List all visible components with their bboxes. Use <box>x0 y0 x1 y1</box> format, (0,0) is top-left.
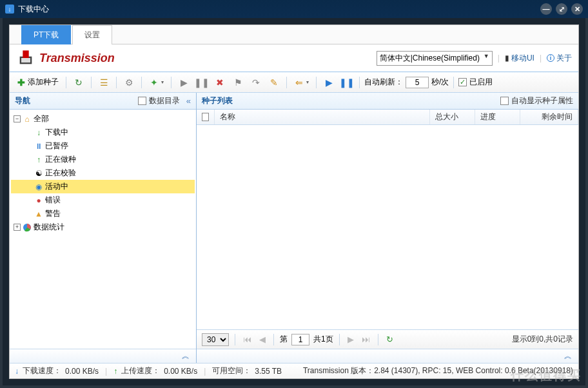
tree-stats[interactable]: + 数据统计 <box>11 220 195 234</box>
upload-icon: ↑ <box>34 155 43 164</box>
auto-refresh-input[interactable] <box>406 77 429 88</box>
pager-refresh-button[interactable]: ↻ <box>384 335 395 344</box>
tree-downloading[interactable]: ↓ 下载中 <box>11 126 195 139</box>
arrow-icon: ⇐ <box>294 77 304 88</box>
home-icon: ⌂ <box>23 115 32 124</box>
nav-tree: − ⌂ 全部 ↓ 下载中 ⏸ 已暂停 ↑ <box>10 110 196 349</box>
mobile-ui-button[interactable]: ▮ 移动UI <box>505 53 534 64</box>
up-arrow-icon: ↑ <box>113 367 117 376</box>
close-button[interactable]: ✕ <box>571 3 583 15</box>
add-torrent-button[interactable]: ✚ 添加种子 <box>14 75 61 89</box>
page-input[interactable] <box>291 334 309 345</box>
start-button[interactable]: ▶ <box>176 76 191 89</box>
chevron-down-icon: ▾ <box>306 79 309 85</box>
maximize-button[interactable]: ⤢ <box>556 3 567 15</box>
about-button[interactable]: i 关于 <box>547 53 572 64</box>
chevron-up-icon: ︽ <box>564 351 572 362</box>
titlebar: ↓ 下载中心 — ⤢ ✕ <box>0 0 588 18</box>
grid-body <box>197 125 578 329</box>
down-value: 0.00 KB/s <box>65 367 99 376</box>
data-dir-label: 数据目录 <box>149 95 180 106</box>
up-label: 上传速度： <box>121 365 160 376</box>
page-prefix: 第 <box>280 334 288 345</box>
free-space-value: 3.55 TB <box>255 367 282 376</box>
tree-all[interactable]: − ⌂ 全部 <box>11 112 195 126</box>
col-remaining[interactable]: 剩余时间 <box>520 110 578 124</box>
pause-status-icon: ⏸ <box>34 142 43 151</box>
tree-active[interactable]: ◉ 活动中 <box>11 180 195 193</box>
tree-collapse-icon[interactable]: − <box>14 115 21 122</box>
tab-pt-download[interactable]: PT下载 <box>21 25 71 44</box>
play-all-icon: ▶ <box>324 77 334 88</box>
first-page-button[interactable]: ⏮ <box>241 335 253 344</box>
language-select[interactable]: 简体中文|Chinese(Simplified) <box>377 51 493 66</box>
announce-icon: ↷ <box>251 77 261 88</box>
col-name[interactable]: 名称 <box>215 110 430 124</box>
tree-paused[interactable]: ⏸ 已暂停 <box>11 139 195 153</box>
nav-header: 导航 数据目录 « <box>10 93 196 110</box>
plus-icon: ✚ <box>16 77 26 88</box>
error-icon: ● <box>34 196 43 205</box>
disk-button[interactable]: ☰ <box>96 76 112 89</box>
version-text: Transmission 版本：2.84 (14307), RPC: 15, W… <box>303 365 573 376</box>
action-button[interactable]: ✎ <box>266 76 282 89</box>
nav-title: 导航 <box>15 95 30 106</box>
remove-button[interactable]: ✖ <box>212 76 228 89</box>
pause-icon: ❚❚ <box>197 77 207 88</box>
col-progress[interactable]: 进度 <box>475 110 520 124</box>
reannounce-button[interactable]: ↷ <box>248 76 264 89</box>
brand-name: Transmission <box>39 52 115 65</box>
minimize-button[interactable]: — <box>540 3 552 15</box>
down-arrow-icon: ↓ <box>15 367 19 376</box>
auto-show-props-checkbox[interactable] <box>500 97 509 105</box>
last-page-button[interactable]: ⏭ <box>360 335 372 344</box>
gear-icon: ⚙ <box>124 77 134 88</box>
nav-collapse-bar[interactable]: ︽ <box>10 349 196 363</box>
puzzle-icon: ✦ <box>149 77 159 88</box>
pager: 30 ⏮ ◀ 第 共1页 ▶ ⏭ ↻ 显示0到0,共0记录 <box>197 329 578 349</box>
transmission-logo-icon <box>16 48 35 68</box>
enabled-label: 已启用 <box>469 77 493 88</box>
chevron-up-icon: ︽ <box>182 351 190 362</box>
auto-show-props-label: 自动显示种子属性 <box>511 95 573 106</box>
prev-page-button[interactable]: ◀ <box>257 335 268 344</box>
move-button[interactable]: ⇐▾ <box>291 76 311 89</box>
enabled-checkbox[interactable] <box>458 78 467 86</box>
pause-all-button[interactable]: ❚❚ <box>339 76 355 89</box>
window-title: 下载中心 <box>18 4 49 15</box>
refresh-icon: ↻ <box>74 77 84 88</box>
data-dir-checkbox[interactable] <box>138 97 146 105</box>
pause-all-icon: ❚❚ <box>342 77 352 88</box>
start-all-button[interactable]: ▶ <box>321 76 337 89</box>
next-page-button[interactable]: ▶ <box>346 335 356 344</box>
refresh-button[interactable]: ↻ <box>71 76 86 89</box>
tree-warning[interactable]: ▲ 警告 <box>11 207 195 220</box>
page-size-select[interactable]: 30 <box>202 333 229 346</box>
warning-icon: ▲ <box>34 209 43 218</box>
pause-button[interactable]: ❚❚ <box>194 76 210 89</box>
col-size[interactable]: 总大小 <box>430 110 475 124</box>
download-icon: ↓ <box>34 128 43 137</box>
tree-verifying[interactable]: ☯ 正在校验 <box>11 166 195 180</box>
tree-error[interactable]: ● 错误 <box>11 193 195 207</box>
collapse-icon[interactable]: « <box>186 96 191 106</box>
list-panel: 种子列表 自动显示种子属性 名称 总大小 进度 剩余时间 <box>197 93 578 363</box>
chevron-down-icon: ▾ <box>161 79 164 85</box>
plugin-button[interactable]: ✦▾ <box>146 76 166 89</box>
settings-button[interactable]: ⚙ <box>121 76 137 89</box>
main-tabs: PT下载 设置 <box>10 25 578 44</box>
svg-rect-1 <box>23 50 28 58</box>
verify-icon: ⚑ <box>233 77 243 88</box>
tree-expand-icon[interactable]: + <box>14 224 21 231</box>
auto-refresh-label: 自动刷新： <box>364 77 403 88</box>
disk-icon: ☰ <box>99 77 109 88</box>
tree-seeding[interactable]: ↑ 正在做种 <box>11 153 195 166</box>
separator: | <box>498 53 500 63</box>
tab-settings[interactable]: 设置 <box>72 25 112 44</box>
remove-icon: ✖ <box>215 77 225 88</box>
svg-rect-2 <box>21 58 30 63</box>
verify-button[interactable]: ⚑ <box>230 76 246 89</box>
yin-yang-icon: ☯ <box>34 169 43 178</box>
list-collapse-bar[interactable]: ︽ <box>197 349 578 363</box>
select-all-checkbox[interactable] <box>202 113 209 121</box>
